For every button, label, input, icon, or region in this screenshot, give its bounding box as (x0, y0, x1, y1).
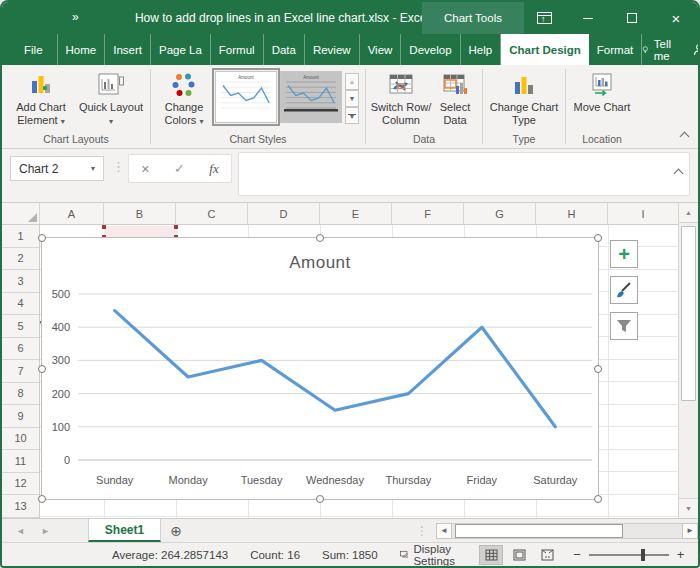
row-header-4[interactable]: 4 (2, 293, 39, 316)
page-break-preview-button[interactable] (535, 545, 559, 565)
zoom-percentage[interactable]: 120% (692, 549, 700, 561)
new-sheet-button[interactable]: ⊕ (161, 519, 191, 542)
chart-style-2-thumbnail[interactable]: Amount (280, 71, 342, 123)
tab-review[interactable]: Review (305, 34, 360, 65)
resize-handle[interactable] (594, 365, 602, 373)
next-sheet-button[interactable]: ► (41, 526, 50, 536)
prev-sheet-button[interactable]: ◄ (16, 526, 25, 536)
column-header-C[interactable]: C (176, 203, 248, 224)
chart-filters-button[interactable] (610, 312, 638, 340)
scroll-up-button[interactable]: ▲ (679, 203, 698, 223)
gallery-more-button[interactable]: ▼ (345, 107, 359, 124)
column-header-D[interactable]: D (248, 203, 320, 224)
status-sum[interactable]: Sum: 1850 (322, 549, 378, 561)
status-count[interactable]: Count: 16 (250, 549, 300, 561)
name-box-dropdown-icon[interactable]: ▼ (83, 165, 103, 172)
row-header-3[interactable]: 3 (2, 270, 39, 293)
resize-handle[interactable] (594, 495, 602, 503)
column-header-B[interactable]: B (104, 203, 176, 224)
horizontal-scrollbar[interactable]: ⋮ ◄ ► (416, 519, 698, 542)
move-chart-button[interactable]: Move Chart (570, 69, 634, 114)
gallery-down-button[interactable]: ▼ (345, 90, 359, 107)
display-settings-button[interactable]: Display Settings (400, 543, 462, 567)
vertical-scrollbar-thumb[interactable] (681, 226, 696, 401)
resize-handle[interactable] (316, 495, 324, 503)
chart-elements-button[interactable]: + (610, 240, 638, 268)
resize-handle[interactable] (38, 365, 46, 373)
row-header-12[interactable]: 12 (2, 473, 39, 496)
maximize-button[interactable] (610, 2, 654, 34)
tab-help[interactable]: Help (461, 34, 502, 65)
chart-object[interactable]: 0100200300400500SundayMondayTuesdayWedne… (41, 237, 599, 500)
scroll-left-button[interactable]: ◄ (436, 523, 452, 539)
minimize-button[interactable] (566, 2, 610, 34)
ribbon-display-options-button[interactable] (522, 2, 566, 34)
switch-row-column-button[interactable]: Switch Row/ Column (370, 69, 432, 127)
select-all-corner[interactable] (2, 203, 40, 224)
chart-title[interactable]: Amount (289, 253, 351, 272)
row-header-10[interactable]: 10 (2, 428, 39, 451)
column-header-E[interactable]: E (320, 203, 392, 224)
share-button[interactable]: Share (693, 43, 700, 56)
formula-input[interactable] (238, 152, 690, 196)
tab-data[interactable]: Data (264, 34, 305, 65)
change-colors-button[interactable]: Change Colors ▾ (155, 69, 213, 128)
enter-button[interactable]: ✓ (174, 161, 185, 176)
range-handle[interactable] (174, 225, 178, 229)
column-header-G[interactable]: G (464, 203, 536, 224)
cancel-button[interactable]: × (141, 161, 149, 177)
grid[interactable]: 12345678910111213 Λ 0100200300400500Sund… (2, 225, 678, 518)
scroll-right-button[interactable]: ► (682, 523, 698, 539)
column-header-F[interactable]: F (392, 203, 464, 224)
add-chart-element-button[interactable]: Add Chart Element ▾ (6, 69, 76, 128)
column-header-H[interactable]: H (536, 203, 608, 224)
gallery-up-button[interactable]: ▲ (345, 73, 359, 90)
range-handle[interactable] (102, 225, 106, 229)
resize-handle[interactable] (38, 234, 46, 242)
row-header-7[interactable]: 7 (2, 360, 39, 383)
data-series-line[interactable] (115, 311, 556, 427)
zoom-slider[interactable] (589, 554, 669, 556)
collapse-ribbon-button[interactable] (681, 130, 688, 142)
name-box[interactable]: Chart 2 ▼ (10, 156, 104, 181)
row-header-13[interactable]: 13 (2, 495, 39, 518)
scroll-down-button[interactable]: ▼ (679, 498, 698, 518)
quick-layout-button[interactable]: Quick Layout ▾ (76, 69, 146, 128)
tab-insert[interactable]: Insert (105, 34, 151, 65)
normal-view-button[interactable] (479, 545, 503, 565)
chart-style-1-thumbnail[interactable]: Amount (215, 71, 277, 123)
tab-formul[interactable]: Formul (211, 34, 264, 65)
zoom-in-button[interactable]: + (677, 547, 685, 562)
resize-handle[interactable] (316, 234, 324, 242)
column-header-I[interactable]: I (608, 203, 678, 224)
tell-me-button[interactable]: Tell me (642, 38, 675, 62)
expand-formula-bar-button[interactable] (675, 163, 682, 181)
resize-handle[interactable] (594, 234, 602, 242)
row-header-9[interactable]: 9 (2, 405, 39, 428)
select-data-button[interactable]: Select Data (432, 69, 478, 127)
column-header-A[interactable]: A (40, 203, 104, 224)
status-average[interactable]: Average: 264.2857143 (112, 549, 228, 561)
resize-handle[interactable] (38, 495, 46, 503)
tab-page-la[interactable]: Page La (151, 34, 211, 65)
horizontal-scrollbar-thumb[interactable] (455, 524, 623, 538)
row-header-6[interactable]: 6 (2, 338, 39, 361)
quick-access-overflow-icon[interactable]: » (72, 10, 78, 24)
tab-develop[interactable]: Develop (401, 34, 460, 65)
chart-style-button[interactable] (610, 276, 638, 304)
page-layout-view-button[interactable] (507, 545, 531, 565)
tab-format[interactable]: Format (589, 34, 642, 65)
tab-home[interactable]: Home (58, 34, 106, 65)
tab-chart-design[interactable]: Chart Design (501, 34, 589, 65)
zoom-slider-thumb[interactable] (641, 549, 645, 561)
close-button[interactable]: × (654, 2, 698, 34)
row-header-1[interactable]: 1 (2, 225, 39, 248)
row-header-5[interactable]: 5 (2, 315, 39, 338)
row-header-8[interactable]: 8 (2, 383, 39, 406)
tab-view[interactable]: View (360, 34, 402, 65)
row-header-2[interactable]: 2 (2, 248, 39, 271)
tab-file[interactable]: File (10, 34, 58, 65)
change-chart-type-button[interactable]: Change Chart Type (487, 69, 561, 127)
row-header-11[interactable]: 11 (2, 450, 39, 473)
insert-function-button[interactable]: fx (209, 161, 218, 177)
